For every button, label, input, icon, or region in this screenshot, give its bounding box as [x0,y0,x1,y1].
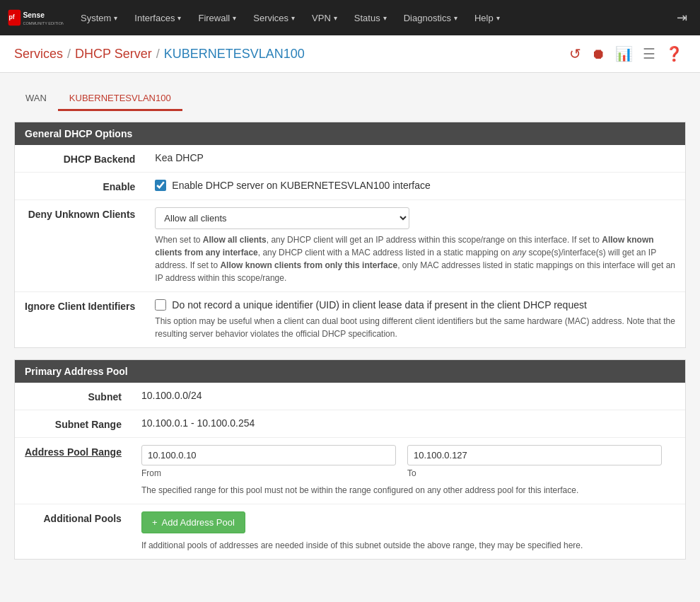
breadcrumb-dhcp[interactable]: DHCP Server [75,47,152,62]
svg-text:Sense: Sense [23,11,45,19]
enable-label: Enable [15,173,145,200]
enable-checkbox-label: Enable DHCP server on KUBERNETESVLAN100 … [172,180,430,191]
refresh-icon[interactable]: ↺ [566,44,584,64]
deny-unknown-desc: When set to Allow all clients, any DHCP … [155,233,675,284]
tab-bar: WAN KUBERNETESVLAN100 [14,87,686,110]
enable-row: Enable Enable DHCP server on KUBERNETESV… [15,173,685,200]
chart-icon[interactable]: 📊 [612,44,636,64]
nav-interfaces[interactable]: Interfaces ▾ [127,8,188,28]
enable-checkbox-row: Enable DHCP server on KUBERNETESVLAN100 … [155,180,675,191]
dhcp-backend-value: Kea DHCP [145,145,685,173]
pool-from-group: From [141,445,396,478]
chevron-down-icon: ▾ [334,14,337,22]
breadcrumb-bar: Services / DHCP Server / KUBERNETESVLAN1… [0,35,700,73]
primary-pool-section: Primary Address Pool Subnet 10.100.0.0/2… [14,359,686,560]
subnet-value: 10.100.0.0/24 [132,383,685,410]
svg-text:COMMUNITY EDITION: COMMUNITY EDITION [23,21,64,25]
svg-text:pf: pf [8,13,14,21]
breadcrumb-sep-2: / [156,47,160,62]
chevron-down-icon: ▾ [383,14,387,22]
pool-from-label: From [141,468,396,478]
additional-pools-value: + Add Address Pool If additional pools o… [132,504,685,560]
list-icon[interactable]: ☰ [640,44,658,64]
subnet-label: Subnet [15,383,132,410]
nav-status[interactable]: Status ▾ [347,8,394,28]
ignore-uid-desc: This option may be useful when a client … [155,315,675,340]
ignore-uid-checkbox[interactable] [155,299,166,311]
deny-unknown-value: Allow all clients Allow known clients fr… [145,200,685,292]
ignore-uid-row: Ignore Client Identifiers Do not record … [15,292,685,348]
plus-icon: + [152,517,158,528]
address-pool-range-row: Address Pool Range From To The specified… [15,438,685,504]
main-content: WAN KUBERNETESVLAN100 General DHCP Optio… [0,73,700,585]
chevron-down-icon: ▾ [177,14,181,22]
address-pool-range-value: From To The specified range for this poo… [132,438,685,504]
nav-services[interactable]: Services ▾ [246,8,302,28]
enable-checkbox[interactable] [155,180,166,191]
tab-kubernetesvlan100[interactable]: KUBERNETESVLAN100 [58,87,182,111]
pool-from-input[interactable] [141,445,396,465]
breadcrumb-sep-1: / [67,47,71,62]
breadcrumb-actions: ↺ ⏺ 📊 ☰ ❓ [566,44,686,64]
brand-logo: pf Sense COMMUNITY EDITION [7,5,64,30]
subnet-row: Subnet 10.100.0.0/24 [15,383,685,410]
record-icon[interactable]: ⏺ [588,45,608,64]
help-icon[interactable]: ❓ [663,44,686,64]
chevron-down-icon: ▾ [496,14,500,22]
chevron-down-icon: ▾ [291,14,295,22]
dhcp-backend-row: DHCP Backend Kea DHCP [15,145,685,173]
pool-to-label: To [407,468,662,478]
additional-pools-row: Additional Pools + Add Address Pool If a… [15,504,685,560]
subnet-range-label: Subnet Range [15,410,132,438]
subnet-range-value: 10.100.0.1 - 10.100.0.254 [132,410,685,438]
subnet-range-row: Subnet Range 10.100.0.1 - 10.100.0.254 [15,410,685,438]
nav-firewall[interactable]: Firewall ▾ [191,8,243,28]
navbar: pf Sense COMMUNITY EDITION System ▾ Inte… [0,0,700,35]
enable-value: Enable DHCP server on KUBERNETESVLAN100 … [145,173,685,200]
dhcp-backend-label: DHCP Backend [15,145,145,173]
deny-unknown-select[interactable]: Allow all clients Allow known clients fr… [155,207,409,229]
breadcrumb-vlan: KUBERNETESVLAN100 [164,47,305,62]
pool-to-input[interactable] [407,445,662,465]
logout-icon[interactable]: ⇥ [671,6,693,30]
general-section-header: General DHCP Options [15,122,685,145]
add-address-pool-button[interactable]: + Add Address Pool [141,511,245,533]
primary-pool-form-table: Subnet 10.100.0.0/24 Subnet Range 10.100… [15,383,685,559]
breadcrumb-services[interactable]: Services [14,47,63,62]
nav-system[interactable]: System ▾ [74,8,124,28]
address-pool-range-label: Address Pool Range [15,438,132,504]
additional-pools-desc: If additional pools of addresses are nee… [141,539,675,552]
general-section: General DHCP Options DHCP Backend Kea DH… [14,122,686,348]
deny-unknown-label: Deny Unknown Clients [15,200,145,292]
ignore-uid-value: Do not record a unique identifier (UID) … [145,292,685,348]
ignore-uid-checkbox-row: Do not record a unique identifier (UID) … [155,299,675,311]
address-pool-range-desc: The specified range for this pool must n… [141,484,675,497]
chevron-down-icon: ▾ [114,14,117,22]
tab-wan[interactable]: WAN [14,87,58,111]
chevron-down-icon: ▾ [233,14,236,22]
pool-to-group: To [407,445,662,478]
primary-pool-section-header: Primary Address Pool [15,360,685,383]
breadcrumb: Services / DHCP Server / KUBERNETESVLAN1… [14,47,305,62]
chevron-down-icon: ▾ [454,14,457,22]
deny-unknown-row: Deny Unknown Clients Allow all clients A… [15,200,685,292]
nav-help[interactable]: Help ▾ [467,8,507,28]
nav-diagnostics[interactable]: Diagnostics ▾ [397,8,465,28]
nav-vpn[interactable]: VPN ▾ [305,8,344,28]
ignore-uid-label: Ignore Client Identifiers [15,292,145,348]
additional-pools-label: Additional Pools [15,504,132,560]
ignore-uid-checkbox-label: Do not record a unique identifier (UID) … [172,299,587,311]
general-form-table: DHCP Backend Kea DHCP Enable Enable DHCP… [15,145,685,347]
pool-range-inputs: From To [141,445,675,478]
